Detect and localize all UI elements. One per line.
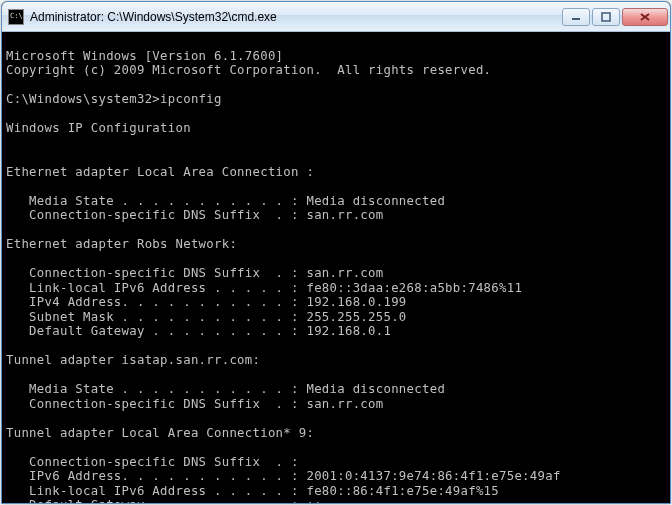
minimize-icon [571, 12, 581, 22]
blank-line [6, 179, 14, 193]
adapter-title: Ethernet adapter Robs Network: [6, 237, 237, 251]
svg-rect-1 [602, 13, 610, 21]
blank-line [6, 78, 14, 92]
copyright-line: Copyright (c) 2009 Microsoft Corporation… [6, 63, 491, 77]
blank-line [6, 440, 14, 454]
cmd-icon [8, 9, 24, 25]
output-line: Connection-specific DNS Suffix . : san.r… [6, 397, 383, 411]
output-line: Link-local IPv6 Address . . . . . : fe80… [6, 281, 522, 295]
output-line: Connection-specific DNS Suffix . : [6, 455, 299, 469]
close-icon [639, 12, 651, 22]
blank-line [6, 107, 14, 121]
adapter-title: Ethernet adapter Local Area Connection : [6, 165, 314, 179]
blank-line [6, 339, 14, 353]
minimize-button[interactable] [562, 8, 590, 26]
blank-line [6, 150, 14, 164]
output-line: Connection-specific DNS Suffix . : san.r… [6, 208, 383, 222]
adapter-title: Tunnel adapter isatap.san.rr.com: [6, 353, 260, 367]
maximize-button[interactable] [592, 8, 620, 26]
blank-line [6, 411, 14, 425]
blank-line [6, 223, 14, 237]
blank-line [6, 136, 14, 150]
titlebar[interactable]: Administrator: C:\Windows\System32\cmd.e… [2, 2, 670, 32]
output-line: Media State . . . . . . . . . . . : Medi… [6, 382, 445, 396]
window-controls [562, 8, 668, 26]
output-line: Subnet Mask . . . . . . . . . . . : 255.… [6, 310, 407, 324]
output-line: Media State . . . . . . . . . . . : Medi… [6, 194, 445, 208]
terminal-area[interactable]: Microsoft Windows [Version 6.1.7600] Cop… [2, 32, 670, 503]
output-line: Default Gateway . . . . . . . . . : :: [6, 498, 322, 503]
section-heading: Windows IP Configuration [6, 121, 191, 135]
output-line: IPv6 Address. . . . . . . . . . . : 2001… [6, 469, 561, 483]
blank-line [6, 368, 14, 382]
output-line: IPv4 Address. . . . . . . . . . . : 192.… [6, 295, 407, 309]
prompt-line: C:\Windows\system32>ipconfig [6, 92, 222, 106]
blank-line [6, 252, 14, 266]
adapter-title: Tunnel adapter Local Area Connection* 9: [6, 426, 314, 440]
close-button[interactable] [622, 8, 668, 26]
output-line: Connection-specific DNS Suffix . : san.r… [6, 266, 383, 280]
cmd-window: Administrator: C:\Windows\System32\cmd.e… [1, 1, 671, 504]
output-line: Default Gateway . . . . . . . . . : 192.… [6, 324, 391, 338]
output-line: Link-local IPv6 Address . . . . . : fe80… [6, 484, 499, 498]
maximize-icon [601, 12, 611, 22]
window-title: Administrator: C:\Windows\System32\cmd.e… [30, 10, 562, 24]
banner-line: Microsoft Windows [Version 6.1.7600] [6, 49, 283, 63]
